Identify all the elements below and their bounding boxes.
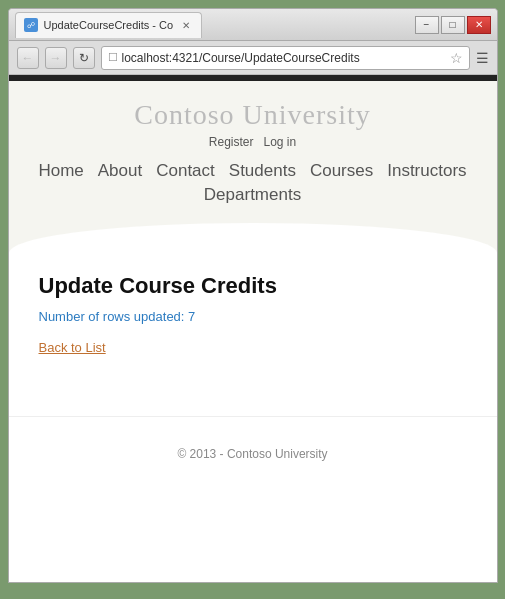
bookmark-icon[interactable]: ☆ <box>450 50 463 66</box>
login-link[interactable]: Log in <box>264 135 297 149</box>
rows-updated-text: Number of rows updated: 7 <box>39 309 467 324</box>
browser-window: ☍ UpdateCourseCredits - Co ✕ − □ ✕ ← → ↻… <box>8 8 498 583</box>
browser-body: Contoso University Register Log in Home … <box>9 75 497 582</box>
nav-menu: Home About Contact Students Courses Inst… <box>9 157 497 209</box>
back-button[interactable]: ← <box>17 47 39 69</box>
site-footer: © 2013 - Contoso University <box>9 416 497 471</box>
back-to-list-link[interactable]: Back to List <box>39 340 106 355</box>
address-bar: ← → ↻ ☐ localhost:4321/Course/UpdateCour… <box>9 41 497 75</box>
forward-button[interactable]: → <box>45 47 67 69</box>
tab-close-button[interactable]: ✕ <box>179 18 193 32</box>
window-controls: − □ ✕ <box>415 16 491 34</box>
tab-title: UpdateCourseCredits - Co <box>44 19 174 31</box>
url-text: localhost:4321/Course/UpdateCourseCredit… <box>122 51 360 65</box>
main-content: Update Course Credits Number of rows upd… <box>9 253 497 376</box>
browser-tab[interactable]: ☍ UpdateCourseCredits - Co ✕ <box>15 12 203 38</box>
site-title: Contoso University <box>9 99 497 131</box>
header-curve <box>9 223 497 253</box>
register-link[interactable]: Register <box>209 135 254 149</box>
close-button[interactable]: ✕ <box>467 16 491 34</box>
nav-departments[interactable]: Departments <box>204 185 301 205</box>
nav-instructors[interactable]: Instructors <box>387 161 466 181</box>
url-bar[interactable]: ☐ localhost:4321/Course/UpdateCourseCred… <box>101 46 470 70</box>
maximize-button[interactable]: □ <box>441 16 465 34</box>
site-header: Contoso University Register Log in Home … <box>9 81 497 223</box>
footer-text: © 2013 - Contoso University <box>177 447 327 461</box>
nav-students[interactable]: Students <box>229 161 296 181</box>
browser-menu-icon[interactable]: ☰ <box>476 50 489 66</box>
page-heading: Update Course Credits <box>39 273 467 299</box>
nav-home[interactable]: Home <box>38 161 83 181</box>
refresh-button[interactable]: ↻ <box>73 47 95 69</box>
title-bar: ☍ UpdateCourseCredits - Co ✕ − □ ✕ <box>9 9 497 41</box>
tab-favicon: ☍ <box>24 18 38 32</box>
nav-about[interactable]: About <box>98 161 142 181</box>
nav-contact[interactable]: Contact <box>156 161 215 181</box>
nav-courses[interactable]: Courses <box>310 161 373 181</box>
url-lock-icon: ☐ <box>108 51 118 64</box>
minimize-button[interactable]: − <box>415 16 439 34</box>
auth-links: Register Log in <box>9 135 497 149</box>
